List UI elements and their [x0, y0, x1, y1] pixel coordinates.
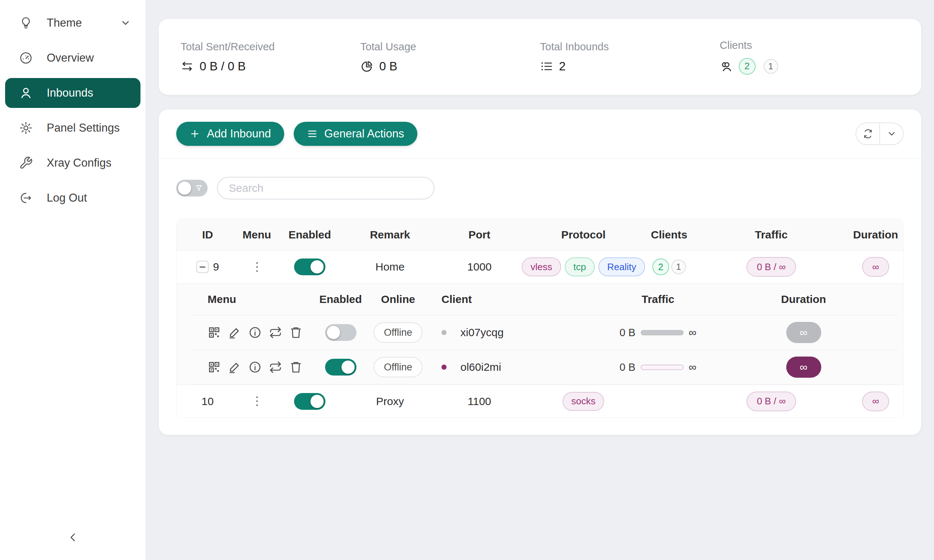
chevron-left-icon — [67, 532, 79, 543]
pie-chart-icon — [361, 60, 374, 73]
funnel-icon — [194, 184, 203, 192]
sidebar-item-label: Overview — [47, 51, 94, 65]
bulb-icon — [19, 16, 33, 30]
clients-online-badge: 2 — [652, 258, 669, 275]
search-input[interactable] — [217, 177, 435, 199]
inbound-port: 1100 — [436, 395, 523, 408]
reset-traffic-icon[interactable] — [269, 361, 282, 374]
table-row: 9 Home 1000 vless tcp Reality 2 1 — [177, 251, 903, 283]
trash-icon[interactable] — [289, 361, 302, 374]
traffic-used: 0 B — [620, 361, 635, 373]
row-menu-button[interactable] — [253, 259, 261, 275]
traffic-used: 0 B — [620, 327, 635, 339]
gear-icon — [19, 121, 33, 135]
col-header-traffic: Traffic — [695, 229, 848, 241]
traffic-pill: 0 B / ∞ — [746, 257, 796, 277]
traffic-limit: ∞ — [689, 326, 697, 339]
col-header-enabled: Enabled — [275, 229, 344, 241]
inbound-remark: Proxy — [344, 395, 436, 408]
subcol-header-online: Online — [360, 293, 436, 306]
col-header-port: Port — [436, 229, 523, 241]
row-menu-button[interactable] — [253, 393, 261, 409]
client-enabled-toggle[interactable] — [325, 359, 356, 375]
sidebar-item-inbounds[interactable]: Inbounds — [5, 78, 140, 108]
edit-icon[interactable] — [228, 326, 241, 339]
dashboard-icon — [19, 51, 33, 65]
refresh-dropdown-button[interactable] — [880, 123, 903, 145]
refresh-button[interactable] — [856, 123, 880, 145]
stat-clients: Clients 2 1 — [720, 39, 900, 75]
general-actions-button[interactable]: General Actions — [294, 122, 418, 146]
toggle-knob — [178, 182, 191, 195]
user-icon — [19, 86, 33, 100]
subcol-header-duration: Duration — [710, 293, 897, 306]
edit-icon[interactable] — [228, 361, 241, 374]
duration-pill[interactable]: ∞ — [862, 257, 889, 277]
qr-code-icon[interactable] — [208, 361, 221, 374]
toggle-knob — [310, 260, 324, 274]
sidebar-item-panel-settings[interactable]: Panel Settings — [0, 113, 146, 143]
subcol-header-enabled: Enabled — [321, 293, 360, 306]
add-inbound-button[interactable]: Add Inbound — [176, 122, 284, 146]
qr-code-icon[interactable] — [208, 326, 221, 339]
clients-offline-badge: 1 — [671, 260, 686, 274]
sidebar-item-overview[interactable]: Overview — [0, 43, 146, 73]
sidebar-item-log-out[interactable]: Log Out — [0, 183, 146, 213]
toggle-knob — [327, 326, 340, 339]
duration-pill[interactable]: ∞ — [786, 357, 821, 378]
list-icon — [540, 60, 553, 73]
protocol-tag: vless — [522, 257, 561, 276]
stat-label: Total Sent/Received — [180, 41, 361, 53]
stat-label: Total Inbounds — [540, 41, 720, 53]
security-tag: Reality — [598, 257, 645, 276]
filter-toggle[interactable] — [176, 180, 208, 197]
sidebar-item-label: Inbounds — [47, 86, 93, 100]
traffic-progress-bar — [641, 330, 684, 335]
reset-traffic-icon[interactable] — [269, 326, 282, 339]
trash-icon[interactable] — [289, 326, 302, 339]
chevron-down-icon — [886, 129, 897, 139]
client-name: ol60i2mi — [461, 361, 501, 373]
sidebar-item-theme[interactable]: Theme — [0, 8, 146, 38]
wrench-icon — [19, 156, 33, 170]
info-icon[interactable] — [248, 361, 262, 374]
client-status-dot — [441, 365, 447, 370]
client-enabled-toggle[interactable] — [325, 324, 356, 341]
sidebar-item-label: Theme — [47, 16, 82, 29]
sidebar-item-xray-configs[interactable]: Xray Configs — [0, 148, 146, 178]
info-icon[interactable] — [248, 326, 262, 339]
collapse-row-button[interactable] — [196, 261, 209, 273]
stat-label: Total Usage — [361, 41, 540, 53]
inbounds-card: Add Inbound General Actions — [159, 109, 921, 435]
duration-pill[interactable]: ∞ — [862, 392, 889, 411]
subcol-header-traffic: Traffic — [606, 293, 710, 306]
inbound-port: 1000 — [436, 261, 523, 273]
plus-icon — [190, 128, 200, 139]
stat-value: 2 — [559, 59, 566, 73]
subcol-header-client: Client — [436, 293, 606, 306]
refresh-button-group — [855, 123, 904, 145]
main-content: Total Sent/Received 0 B / 0 B Total Usag… — [146, 0, 934, 560]
network-tag: tcp — [565, 257, 595, 276]
table-row: 10 Proxy 1100 socks 0 B / ∞ ∞ — [177, 385, 903, 417]
stat-total-sent-received: Total Sent/Received 0 B / 0 B — [180, 41, 361, 73]
duration-pill[interactable]: ∞ — [786, 322, 821, 343]
col-header-clients: Clients — [644, 229, 695, 241]
chevron-down-icon — [120, 17, 131, 28]
sidebar-collapse-button[interactable] — [63, 527, 83, 548]
inbound-enabled-toggle[interactable] — [294, 393, 325, 410]
stat-value: 0 B / 0 B — [200, 59, 246, 73]
stat-total-usage: Total Usage 0 B — [361, 41, 540, 73]
inbound-enabled-toggle[interactable] — [294, 258, 325, 275]
client-row: Offline ol60i2mi 0 B ∞ ∞ — [190, 350, 897, 385]
client-status-dot — [441, 330, 447, 335]
toolbar: Add Inbound General Actions — [159, 109, 921, 158]
toggle-knob — [342, 361, 354, 374]
sidebar-item-label: Panel Settings — [47, 122, 120, 135]
inbounds-table: ID Menu Enabled Remark Port Protocol Cli… — [176, 218, 904, 418]
clients-online-badge: 2 — [739, 58, 755, 75]
client-row: Offline xi07ycqg 0 B ∞ ∞ — [190, 315, 897, 350]
subcol-header-menu: Menu — [190, 293, 321, 306]
general-actions-label: General Actions — [324, 127, 404, 140]
client-name: xi07ycqg — [461, 326, 504, 339]
